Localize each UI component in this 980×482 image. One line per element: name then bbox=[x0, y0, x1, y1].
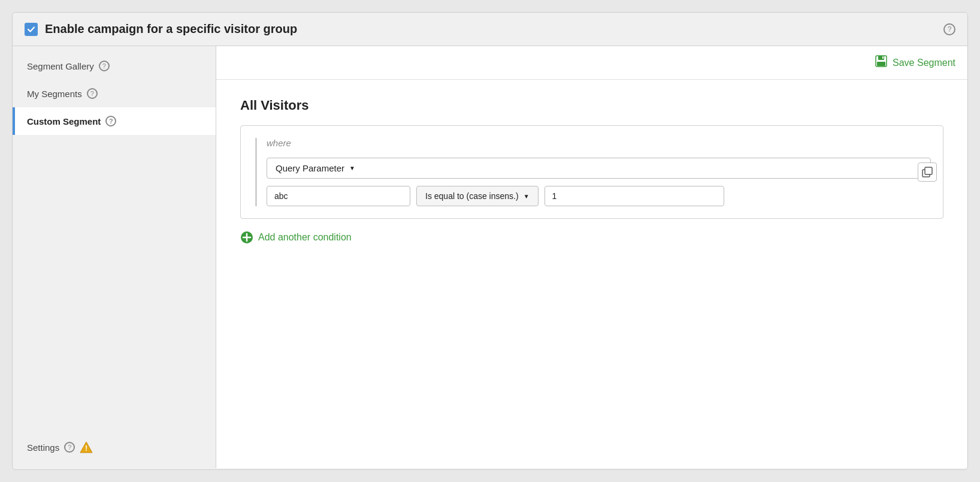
segment-gallery-help-icon[interactable]: ? bbox=[99, 61, 110, 71]
custom-segment-help-icon[interactable]: ? bbox=[105, 116, 116, 126]
svg-rect-4 bbox=[877, 62, 885, 66]
condition-block: where Query Parameter ▼ Is equal to (cas… bbox=[240, 125, 943, 219]
query-parameter-dropdown-arrow: ▼ bbox=[349, 165, 355, 171]
content-header: Save Segment bbox=[216, 46, 967, 80]
svg-text:!: ! bbox=[85, 444, 87, 453]
sidebar-item-label: Custom Segment bbox=[27, 116, 101, 126]
query-parameter-label: Query Parameter bbox=[276, 163, 344, 173]
body-container: Segment Gallery ? My Segments ? Custom S… bbox=[13, 46, 967, 468]
query-parameter-dropdown[interactable]: Query Parameter ▼ bbox=[267, 158, 931, 179]
save-segment-button[interactable]: Save Segment bbox=[875, 55, 955, 71]
header: Enable campaign for a specific visitor g… bbox=[13, 13, 967, 46]
sidebar-item-label: My Segments bbox=[27, 89, 82, 99]
where-label: where bbox=[267, 138, 931, 148]
my-segments-help-icon[interactable]: ? bbox=[87, 88, 98, 99]
svg-rect-7 bbox=[925, 167, 932, 174]
add-condition-button[interactable]: Add another condition bbox=[240, 231, 352, 244]
parameter-name-input[interactable] bbox=[267, 186, 410, 206]
header-help-icon[interactable]: ? bbox=[943, 23, 955, 35]
settings-help-icon[interactable]: ? bbox=[64, 442, 75, 453]
copy-button[interactable] bbox=[918, 162, 937, 182]
sidebar-item-label: Segment Gallery bbox=[27, 61, 94, 71]
operator-label: Is equal to (case insens.) bbox=[425, 191, 519, 201]
add-icon bbox=[240, 231, 253, 244]
settings-label: Settings bbox=[27, 442, 59, 453]
content-body: All Visitors where Query Parameter ▼ bbox=[216, 80, 967, 468]
add-condition-label: Add another condition bbox=[258, 232, 352, 243]
operator-dropdown-arrow: ▼ bbox=[524, 193, 530, 200]
sidebar-nav: Segment Gallery ? My Segments ? Custom S… bbox=[13, 52, 216, 135]
sidebar: Segment Gallery ? My Segments ? Custom S… bbox=[13, 46, 216, 468]
sidebar-item-my-segments[interactable]: My Segments ? bbox=[13, 80, 216, 107]
operator-dropdown[interactable]: Is equal to (case insens.) ▼ bbox=[416, 186, 539, 206]
sidebar-item-segment-gallery[interactable]: Segment Gallery ? bbox=[13, 52, 216, 80]
header-title: Enable campaign for a specific visitor g… bbox=[45, 22, 936, 36]
settings-warning-icon: ! bbox=[80, 441, 93, 454]
sidebar-footer: Settings ? ! bbox=[13, 432, 216, 462]
condition-block-inner: where Query Parameter ▼ Is equal to (cas… bbox=[255, 138, 931, 206]
enable-checkbox[interactable] bbox=[25, 23, 38, 36]
sidebar-item-custom-segment[interactable]: Custom Segment ? bbox=[13, 107, 216, 135]
condition-inputs: Is equal to (case insens.) ▼ bbox=[267, 186, 931, 206]
section-title: All Visitors bbox=[240, 98, 943, 113]
save-segment-label: Save Segment bbox=[893, 58, 955, 68]
svg-rect-5 bbox=[882, 56, 884, 59]
content-area: Save Segment All Visitors where Query Pa… bbox=[216, 46, 967, 468]
value-input[interactable] bbox=[545, 186, 724, 206]
save-icon bbox=[875, 55, 888, 71]
